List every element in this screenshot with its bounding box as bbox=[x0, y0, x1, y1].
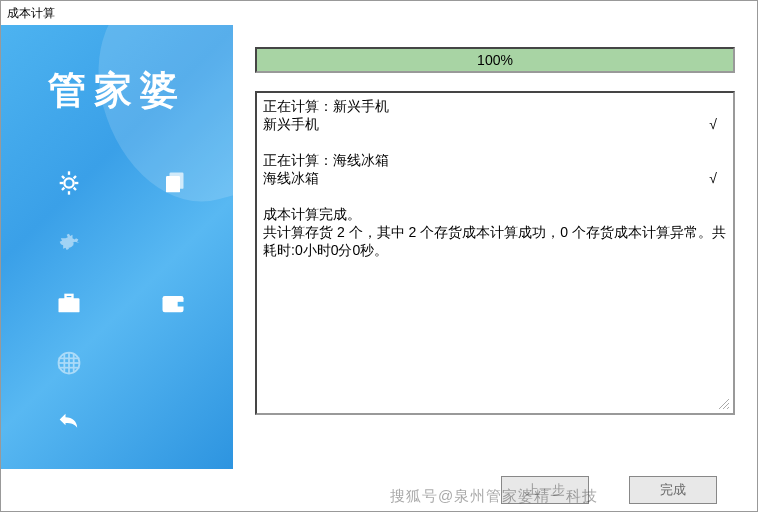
svg-line-8 bbox=[74, 176, 76, 178]
sidebar: 管家婆 bbox=[1, 25, 233, 469]
brand-logo: 管家婆 bbox=[1, 65, 233, 116]
svg-rect-12 bbox=[66, 295, 73, 299]
log-line: 正在计算：海线冰箱 bbox=[263, 151, 727, 169]
globe-icon bbox=[51, 345, 87, 381]
progress-label: 100% bbox=[477, 52, 513, 68]
watermark: 搜狐号@泉州管家婆精一科技 bbox=[390, 487, 598, 506]
check-icon: √ bbox=[709, 169, 727, 187]
log-line: 正在计算：新兴手机 bbox=[263, 97, 727, 115]
window: 成本计算 管家婆 bbox=[0, 0, 758, 512]
briefcase-icon bbox=[51, 285, 87, 321]
log-line: 共计算存货 2 个，其中 2 个存货成本计算成功，0 个存货成本计算异常。共耗时… bbox=[263, 223, 727, 259]
progress-fill: 100% bbox=[257, 49, 733, 71]
button-bar: 上一步 完成 bbox=[1, 469, 757, 511]
log-output[interactable]: 正在计算：新兴手机 新兴手机 √ 正在计算：海线冰箱 海线冰箱 √ 成本计算完成… bbox=[255, 91, 735, 415]
content-area: 管家婆 bbox=[1, 25, 757, 469]
titlebar: 成本计算 bbox=[1, 1, 757, 25]
check-icon: √ bbox=[709, 115, 727, 133]
svg-line-6 bbox=[74, 188, 76, 190]
log-line: 新兴手机 √ bbox=[263, 115, 727, 133]
svg-point-0 bbox=[64, 178, 73, 187]
documents-icon bbox=[155, 165, 191, 201]
svg-rect-14 bbox=[178, 302, 185, 307]
svg-rect-10 bbox=[170, 173, 184, 189]
gear-icon bbox=[51, 225, 87, 261]
finish-button[interactable]: 完成 bbox=[629, 476, 717, 504]
wallet-icon bbox=[155, 285, 191, 321]
scroll-corner bbox=[715, 395, 731, 411]
log-line: 海线冰箱 √ bbox=[263, 169, 727, 187]
sun-icon bbox=[51, 165, 87, 201]
undo-icon bbox=[51, 405, 87, 441]
svg-line-5 bbox=[62, 176, 64, 178]
bar-chart-icon bbox=[51, 465, 87, 469]
progress-bar: 100% bbox=[255, 47, 735, 73]
log-line: 成本计算完成。 bbox=[263, 205, 727, 223]
main-panel: 100% 正在计算：新兴手机 新兴手机 √ 正在计算：海线冰箱 海线冰箱 √ 成… bbox=[233, 25, 757, 469]
svg-rect-11 bbox=[59, 298, 80, 312]
window-title: 成本计算 bbox=[7, 6, 55, 20]
svg-line-30 bbox=[727, 407, 729, 409]
svg-line-7 bbox=[62, 188, 64, 190]
sidebar-icon-grid bbox=[51, 165, 191, 469]
